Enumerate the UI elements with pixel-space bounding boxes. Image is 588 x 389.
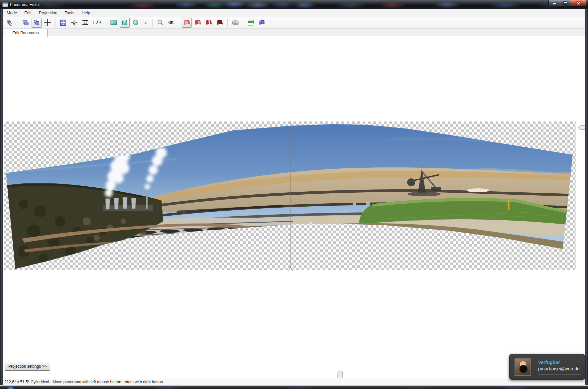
projection-settings-button[interactable]: Projection settings >> xyxy=(5,362,50,371)
minimize-icon xyxy=(552,3,556,5)
edit-mode-button[interactable] xyxy=(32,18,42,28)
close-button[interactable] xyxy=(571,0,586,6)
window-border-right xyxy=(585,9,588,386)
projection-dropdown-button[interactable] xyxy=(142,18,150,28)
yaw-slider-track[interactable] xyxy=(581,121,581,374)
status-text: 212,6° x 51,5° Cylindrical - Move panora… xyxy=(4,380,163,384)
red-flag-icon xyxy=(194,19,201,26)
overview-window-button[interactable] xyxy=(246,18,256,28)
pitch-slider-thumb[interactable] xyxy=(337,369,343,379)
magnifier-icon xyxy=(157,19,164,26)
menu-help[interactable]: Help xyxy=(78,9,94,17)
show-image-mode-2-button[interactable] xyxy=(193,18,203,28)
window-border-left xyxy=(0,9,3,386)
minimize-button[interactable] xyxy=(548,0,560,6)
menu-tools[interactable]: Tools xyxy=(61,9,78,17)
messenger-notification-popup[interactable]: Verfügbar pmarbaise@web.de xyxy=(509,354,585,380)
overlap-shapes-icon xyxy=(33,19,40,26)
fit-width-button[interactable] xyxy=(80,18,90,28)
status-bar: 212,6° x 51,5° Cylindrical - Move panora… xyxy=(3,379,585,385)
show-image-mode-4-button[interactable] xyxy=(215,18,225,28)
maximize-button[interactable] xyxy=(560,0,571,6)
center-arrows-icon xyxy=(70,19,78,26)
account-email: pmarbaise@web.de xyxy=(538,366,580,371)
titlebar[interactable]: Panorama Editor xyxy=(0,0,588,9)
flat-rect-icon xyxy=(110,19,117,26)
numbers-123-icon: 123 xyxy=(92,19,102,26)
toolbar: 123 xyxy=(3,17,585,29)
maximize-icon xyxy=(564,2,567,4)
fit-view-button[interactable] xyxy=(58,18,68,28)
app-window-icon xyxy=(2,2,8,7)
horizontal-center-guide xyxy=(4,196,576,196)
red-flag-icon xyxy=(183,19,190,26)
toolbar-separator xyxy=(179,19,179,27)
vertical-center-guide xyxy=(290,121,291,268)
toolbar-separator xyxy=(106,19,106,27)
pitch-slider-track[interactable] xyxy=(4,374,585,374)
menu-bar: Mode Edit Projection Tools Help xyxy=(3,9,585,17)
show-image-mode-1-button[interactable] xyxy=(182,18,192,28)
cursor-arrow-icon xyxy=(6,19,14,26)
rectilinear-projection-button[interactable] xyxy=(109,18,119,28)
cylinder-icon xyxy=(121,19,128,26)
window-title: Panorama Editor xyxy=(10,2,40,7)
preview-button[interactable] xyxy=(166,18,176,28)
toolbar-separator xyxy=(18,19,18,27)
toolbar-separator xyxy=(152,19,153,27)
green-window-icon xyxy=(247,19,255,26)
photo-count-badge-button[interactable]: 3 xyxy=(230,18,240,28)
taskbar-edge xyxy=(0,386,588,389)
badge-icon: 3 xyxy=(232,19,239,26)
caption-buttons xyxy=(548,0,586,6)
fit-width-arrows-icon xyxy=(81,19,89,26)
purple-book-icon: 2 xyxy=(258,19,266,26)
popup-divider xyxy=(538,374,581,375)
vertical-guide-handle[interactable] xyxy=(288,267,293,272)
presence-status: Verfügbar xyxy=(538,360,560,365)
svg-text:2: 2 xyxy=(262,21,263,24)
select-tool-button[interactable] xyxy=(5,18,15,28)
yaw-slider-thumb[interactable] xyxy=(578,125,585,130)
cylindrical-projection-button[interactable] xyxy=(120,18,130,28)
toolbar-separator xyxy=(243,19,243,27)
red-flag-icon xyxy=(205,19,212,26)
zoom-button[interactable] xyxy=(155,18,165,28)
close-icon xyxy=(576,1,581,5)
menu-mode[interactable]: Mode xyxy=(3,9,21,17)
tab-bar: Edit Panorama xyxy=(3,29,585,36)
center-view-button[interactable] xyxy=(69,18,79,28)
drag-mode-button[interactable] xyxy=(21,18,31,28)
toolbar-separator xyxy=(55,19,56,27)
menu-edit[interactable]: Edit xyxy=(21,9,35,17)
help-book-button[interactable]: 2 xyxy=(257,18,267,28)
grid-cross-icon xyxy=(44,19,51,26)
numeric-transform-button[interactable]: 123 xyxy=(91,18,103,28)
menu-projection[interactable]: Projection xyxy=(35,9,61,17)
spherical-projection-button[interactable] xyxy=(131,18,141,28)
dropdown-arrow-icon xyxy=(143,20,148,25)
preview-canvas: Projection settings >> xyxy=(3,36,585,379)
avatar xyxy=(515,358,531,376)
toolbar-separator xyxy=(227,19,228,27)
eye-icon xyxy=(168,19,175,26)
sphere-icon xyxy=(132,19,139,26)
crop-mode-button[interactable] xyxy=(43,18,53,28)
svg-text:3: 3 xyxy=(234,21,236,25)
tab-edit-panorama[interactable]: Edit Panorama xyxy=(4,29,48,37)
show-image-mode-3-button[interactable] xyxy=(204,18,214,28)
overlap-rects-icon xyxy=(22,19,29,26)
red-flag-icon xyxy=(216,19,223,26)
fit-square-arrows-icon xyxy=(59,19,67,26)
